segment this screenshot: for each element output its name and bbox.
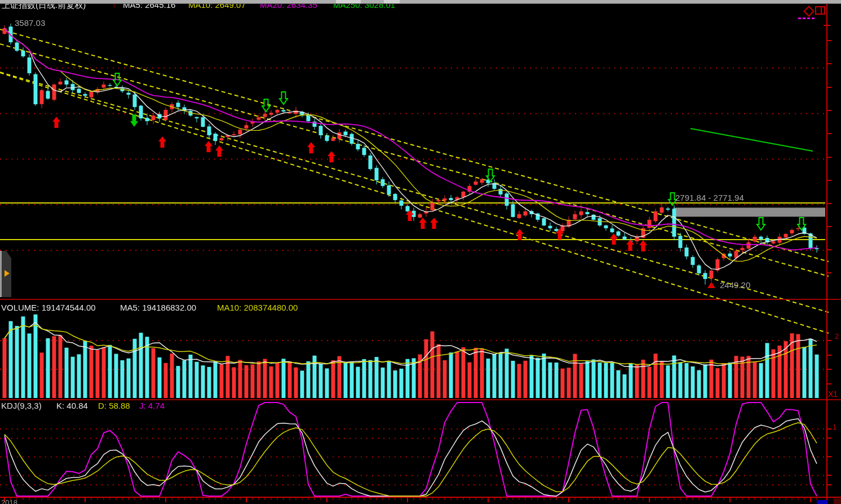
bottom-right-blue-block [817,500,827,504]
expand-arrow-icon [5,270,10,277]
tile-windows-icon[interactable] [815,6,825,15]
sidebar-expand-tab[interactable] [0,251,11,297]
kdj-j-label: J: 4.74 [139,401,165,410]
volume-ma5-label: MA5: 194186832.00 [120,303,196,312]
high-price-label: 3587.03 [15,18,45,28]
tile-windows-divider [821,7,822,14]
kdj-title-label: KDJ(9,3,3) [1,401,42,410]
volume-ma10-label: MA10: 208374480.00 [217,303,298,312]
top-strip-tab [384,0,400,3]
window-top-strip [0,0,841,4]
volume-axis-partial-label: 2 [835,332,839,341]
gap-zone-label: 2791.84 - 2771.94 [675,193,744,202]
low-point-triangle-marker [707,282,715,288]
volume-header: VOLUME: 191474544.00 MA5: 194186832.00 M… [0,303,395,314]
top-strip-tab [336,0,361,3]
kdj-k-label: K: 40.84 [56,401,88,410]
bottom-right-corner-block [834,498,841,504]
low-price-label: 2449.20 [720,280,750,290]
date-axis-year-label: 2018 [1,498,17,504]
stock-chart-canvas[interactable] [0,0,841,504]
kdj-d-label: D: 58.88 [98,401,130,410]
period-x1-label: X1 [828,390,838,399]
magenta-dashed-marker [798,17,816,19]
kdj-header: KDJ(9,3,3) K: 40.84 D: 58.88 J: 4.74 [0,401,282,412]
kdj-axis-partial-label: 1 [833,423,836,431]
volume-value-label: VOLUME: 191474544.00 [1,303,96,312]
